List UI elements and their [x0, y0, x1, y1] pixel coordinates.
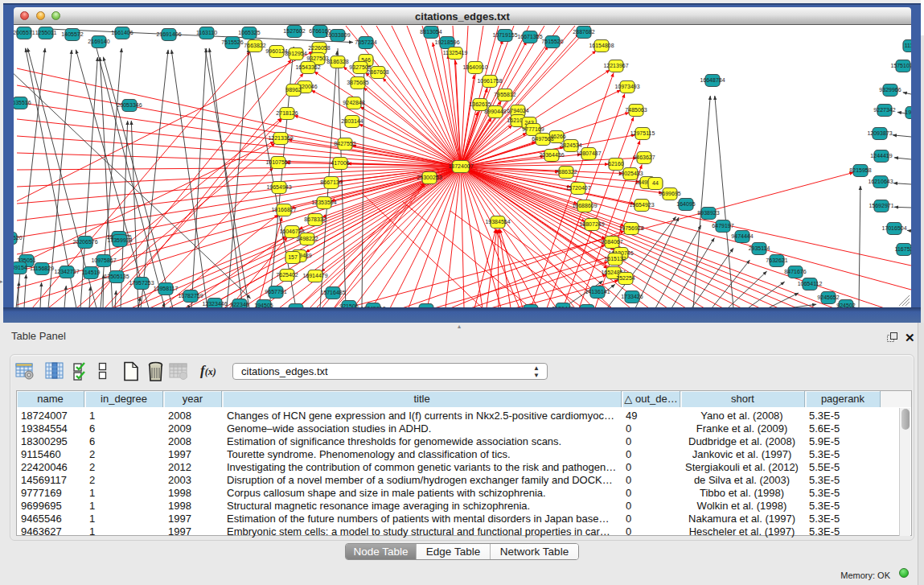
- svg-text:12505135: 12505135: [104, 274, 129, 279]
- svg-text:8813054: 8813054: [420, 29, 441, 35]
- svg-text:194505: 194505: [254, 303, 273, 307]
- svg-text:2867608: 2867608: [367, 69, 388, 75]
- svg-text:12323446: 12323446: [202, 301, 227, 307]
- svg-text:17016504: 17016504: [881, 225, 906, 231]
- svg-text:9227342: 9227342: [873, 107, 895, 113]
- svg-text:11156829: 11156829: [30, 266, 54, 271]
- svg-text:11325419: 11325419: [443, 50, 468, 56]
- svg-text:9657791: 9657791: [265, 289, 286, 295]
- svg-text:20364436: 20364436: [539, 152, 564, 158]
- svg-text:10958117: 10958117: [154, 286, 179, 291]
- svg-text:114519: 114519: [82, 270, 101, 275]
- svg-text:10025433: 10025433: [618, 171, 643, 176]
- svg-text:8667130: 8667130: [320, 179, 342, 185]
- svg-text:2935114: 2935114: [749, 245, 770, 251]
- svg-text:21691406: 21691406: [156, 31, 181, 37]
- svg-text:1405572: 1405572: [61, 31, 83, 37]
- svg-text:9777169: 9777169: [522, 126, 544, 132]
- svg-text:98962: 98962: [285, 87, 302, 93]
- svg-text:16671355: 16671355: [517, 34, 542, 39]
- svg-text:922346: 922346: [230, 302, 248, 307]
- svg-text:6794024: 6794024: [507, 108, 528, 113]
- svg-text:12213967: 12213967: [603, 63, 628, 68]
- svg-text:8912954: 8912954: [285, 51, 306, 56]
- svg-text:2156445: 2156445: [552, 306, 573, 307]
- svg-text:8938923: 8938923: [697, 210, 719, 216]
- svg-text:10807487: 10807487: [576, 150, 601, 156]
- svg-text:14136141: 14136141: [585, 289, 610, 295]
- svg-text:12342737: 12342737: [54, 269, 79, 274]
- svg-text:7345012: 7345012: [415, 307, 437, 307]
- svg-text:7632621: 7632621: [766, 257, 787, 263]
- svg-text:44: 44: [652, 180, 659, 186]
- svg-text:10245012: 10245012: [360, 306, 385, 307]
- svg-text:8678332: 8678332: [304, 216, 326, 222]
- svg-text:6497568: 6497568: [532, 136, 553, 142]
- svg-text:62160: 62160: [608, 161, 624, 167]
- svg-text:1362615: 1362615: [469, 101, 491, 107]
- svg-text:1163110: 1163110: [196, 30, 217, 35]
- svg-text:164095: 164095: [676, 201, 695, 207]
- svg-text:16210643: 16210643: [868, 179, 893, 184]
- svg-text:8427552: 8427552: [334, 141, 355, 146]
- svg-text:1635516: 1635516: [14, 100, 31, 105]
- svg-text:8215958: 8215958: [849, 167, 871, 173]
- svg-text:8471676: 8471676: [784, 269, 806, 274]
- svg-text:2887682: 2887682: [573, 29, 594, 35]
- svg-text:10719155: 10719155: [492, 32, 517, 38]
- svg-text:10961758: 10961758: [477, 78, 502, 84]
- svg-text:9329966: 9329966: [879, 87, 901, 93]
- svg-text:7485063: 7485063: [625, 107, 647, 113]
- svg-text:9245652: 9245652: [817, 295, 839, 300]
- svg-text:1117: 1117: [905, 43, 911, 48]
- svg-text:25300253: 25300253: [417, 175, 441, 180]
- svg-text:26160520: 26160520: [14, 235, 23, 241]
- svg-text:15692971: 15692971: [869, 203, 893, 208]
- svg-text:8186328: 8186328: [326, 59, 348, 64]
- svg-text:7886322: 7886322: [555, 169, 577, 175]
- svg-text:9474444: 9474444: [731, 233, 753, 239]
- svg-text:116753: 116753: [895, 246, 911, 252]
- svg-text:18640910: 18640910: [462, 64, 487, 70]
- svg-text:16033809: 16033809: [325, 32, 350, 38]
- svg-text:10654112: 10654112: [798, 281, 823, 286]
- svg-text:1661406: 1661406: [111, 30, 133, 35]
- svg-text:2226058: 2226058: [308, 45, 330, 51]
- svg-text:15716485: 15716485: [320, 290, 345, 295]
- svg-text:9084067: 9084067: [601, 239, 622, 245]
- svg-text:7625402: 7625402: [276, 272, 298, 278]
- svg-text:18734012: 18734012: [283, 307, 308, 307]
- svg-text:7515526: 7515526: [221, 39, 243, 45]
- svg-text:2718126: 2718126: [276, 110, 298, 116]
- svg-text:10973493: 10973493: [614, 84, 639, 89]
- svg-text:12213369: 12213369: [268, 135, 293, 141]
- svg-text:2803144: 2803144: [341, 118, 363, 124]
- svg-text:16154808: 16154808: [589, 43, 614, 48]
- svg-text:17957253: 17957253: [129, 280, 154, 286]
- svg-text:19166827: 19166827: [271, 207, 296, 212]
- svg-text:1615132: 1615132: [604, 256, 626, 262]
- svg-text:17359934: 17359934: [107, 237, 132, 243]
- svg-text:1065325: 1065325: [238, 30, 260, 35]
- svg-text:19654943: 19654943: [266, 184, 291, 190]
- svg-text:16543362: 16543362: [295, 64, 320, 70]
- svg-text:19384554: 19384554: [485, 219, 510, 225]
- svg-text:3824534: 3824534: [560, 142, 581, 148]
- svg-text:18807249: 18807249: [579, 221, 604, 227]
- svg-text:19654923: 19654923: [629, 202, 654, 208]
- svg-text:12093873: 12093873: [867, 130, 892, 136]
- svg-text:7357224: 7357224: [355, 39, 376, 45]
- svg-text:19218596: 19218596: [434, 39, 459, 45]
- svg-text:15720407: 15720407: [565, 185, 590, 191]
- svg-text:9699695: 9699695: [659, 191, 680, 196]
- svg-text:16648784: 16648784: [700, 77, 725, 83]
- svg-text:10975867: 10975867: [91, 257, 116, 263]
- svg-text:19756928: 19756928: [618, 225, 643, 231]
- svg-text:417006: 417006: [331, 160, 349, 166]
- svg-text:3498222: 3498222: [296, 236, 318, 241]
- svg-text:16046738: 16046738: [279, 229, 304, 234]
- svg-text:18724007: 18724007: [448, 163, 473, 169]
- svg-text:1244419: 1244419: [870, 153, 892, 159]
- svg-text:39154: 39154: [14, 265, 27, 270]
- svg-text:3875685: 3875685: [347, 80, 368, 85]
